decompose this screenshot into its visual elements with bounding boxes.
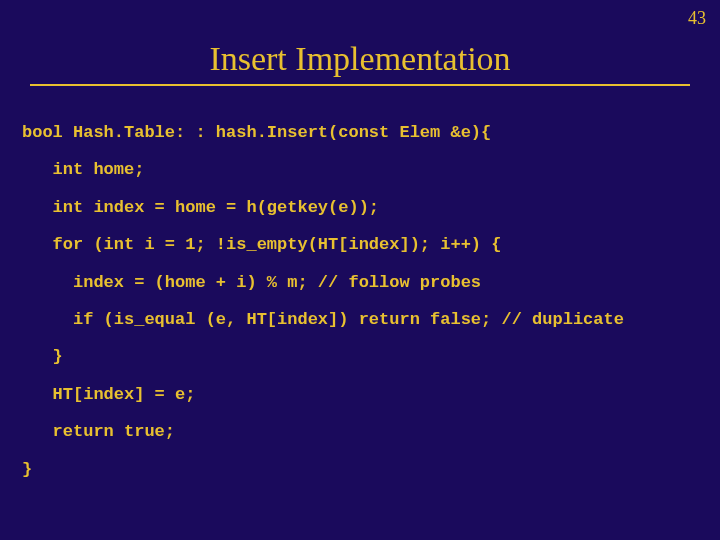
slide-title: Insert Implementation (0, 40, 720, 78)
code-block: bool Hash.Table: : hash.Insert(const Ele… (22, 114, 720, 488)
code-line: HT[index] = e; (22, 385, 195, 404)
title-rule (30, 84, 690, 86)
code-line: } (22, 347, 63, 366)
code-line: if (is_equal (e, HT[index]) return false… (22, 310, 624, 329)
code-line: int home; (22, 160, 144, 179)
page-number: 43 (688, 8, 706, 29)
code-line: for (int i = 1; !is_empty(HT[index]); i+… (22, 235, 501, 254)
code-line: return true; (22, 422, 175, 441)
code-line: int index = home = h(getkey(e)); (22, 198, 379, 217)
code-line: } (22, 460, 32, 479)
code-line: bool Hash.Table: : hash.Insert(const Ele… (22, 123, 491, 142)
code-line: index = (home + i) % m; // follow probes (22, 273, 481, 292)
